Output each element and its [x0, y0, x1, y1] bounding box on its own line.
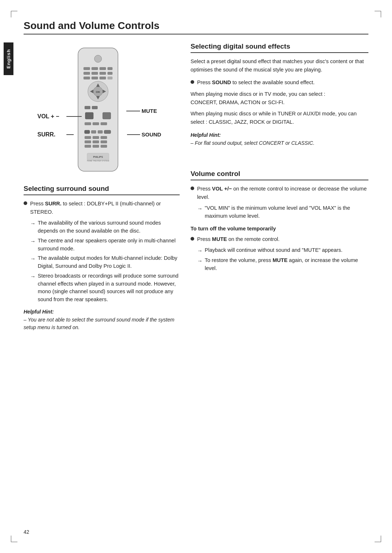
digital-bullet1: Press SOUND to select the available soun…: [191, 78, 368, 87]
svg-rect-3: [91, 67, 98, 70]
svg-rect-33: [93, 136, 99, 139]
svg-point-1: [94, 55, 102, 62]
volume-arrow2-text: Playback will continue without sound and…: [205, 246, 342, 254]
svg-rect-10: [83, 77, 90, 79]
svg-rect-4: [99, 67, 106, 70]
remote-svg: OK: [67, 46, 129, 177]
surround-arrow4-text: Stereo broadcasts or recordings will pro…: [38, 272, 180, 304]
hint-text2: – For flat sound output, select CONCERT …: [191, 140, 314, 146]
surr-label: SURR.: [37, 131, 56, 138]
page-number: 42: [24, 529, 29, 535]
mute-label: MUTE: [142, 108, 157, 114]
language-tab: English: [4, 42, 13, 75]
volume-arrow2: → Playback will continue without sound a…: [197, 246, 368, 255]
surround-title: Selecting surround sound: [24, 185, 180, 195]
svg-rect-29: [91, 130, 96, 134]
surround-hint: Helpful Hint: – You are not able to sele…: [24, 308, 180, 332]
volume-bullet1: Press VOL +/− on the remote control to i…: [191, 185, 368, 201]
arrow-sym: →: [197, 205, 203, 213]
surround-arrow4: → Stereo broadcasts or recordings will p…: [30, 272, 180, 304]
arrow-sym: →: [30, 273, 36, 281]
digital-bullet1-text: Press SOUND to select the available soun…: [197, 78, 315, 87]
surround-arrow1: → The availability of the various surrou…: [30, 219, 180, 235]
surround-section: Selecting surround sound Press SURR. to …: [24, 185, 180, 332]
digital-sound-section: Selecting digital sound effects Select a…: [191, 42, 368, 147]
arrow-sym: →: [197, 247, 203, 255]
svg-rect-26: [93, 122, 99, 125]
volume-arrow1: → "VOL MIN" is the minimum volume level …: [197, 204, 368, 220]
surround-bullet1-text: Press SURR. to select : DOLBY+PL II (mul…: [30, 200, 180, 216]
sound-label: SOUND: [142, 131, 161, 138]
volume-arrow3-text: To restore the volume, press MUTE again,…: [205, 257, 368, 273]
svg-rect-40: [101, 145, 107, 148]
surround-bullet1: Press SURR. to select : DOLBY+PL II (mul…: [24, 200, 180, 216]
svg-rect-6: [83, 72, 90, 75]
surround-arrow3: → The available output modes for Multi-c…: [30, 254, 180, 270]
bullet-dot: [191, 187, 194, 190]
volume-bullet1-text: Press VOL +/− on the remote control to i…: [197, 185, 368, 201]
svg-rect-12: [99, 77, 106, 79]
volume-bullet2: Press MUTE on the remote control.: [191, 235, 368, 243]
arrow-sym: →: [197, 257, 203, 265]
svg-rect-5: [107, 67, 113, 70]
svg-rect-7: [91, 72, 98, 75]
digital-sound-intro: Select a preset digital sound effect tha…: [191, 57, 368, 74]
svg-rect-36: [93, 140, 99, 143]
svg-rect-28: [85, 130, 90, 134]
volume-arrow3: → To restore the volume, press MUTE agai…: [197, 257, 368, 273]
svg-rect-27: [101, 122, 107, 125]
svg-rect-23: [85, 112, 93, 119]
svg-rect-31: [104, 130, 111, 134]
hint-title: Helpful Hint:: [24, 309, 54, 315]
svg-rect-8: [99, 72, 106, 75]
arrow-sym: →: [30, 220, 36, 228]
svg-text:OK: OK: [96, 90, 100, 94]
surround-arrow1-text: The availability of the various surround…: [38, 219, 180, 235]
svg-rect-37: [101, 140, 107, 143]
svg-rect-0: [78, 48, 118, 171]
surround-arrow3-text: The available output modes for Multi-cha…: [38, 254, 180, 270]
volume-title: Volume control: [191, 170, 368, 180]
surr-bold: SURR.: [45, 201, 61, 206]
mute-bold2: MUTE: [273, 257, 287, 263]
digital-hint: Helpful Hint: – For flat sound output, s…: [191, 131, 368, 147]
volume-bullet2-text: Press MUTE on the remote control.: [197, 235, 279, 243]
bullet-dot: [191, 80, 194, 84]
bullet-dot: [24, 201, 27, 205]
svg-rect-25: [85, 122, 91, 125]
arrow-sym: →: [30, 237, 36, 246]
digital-sound-title: Selecting digital sound effects: [191, 42, 368, 53]
svg-rect-38: [85, 145, 91, 148]
svg-rect-39: [93, 145, 99, 148]
svg-rect-11: [91, 77, 98, 79]
svg-text:HOME THEATER SYSTEM: HOME THEATER SYSTEM: [87, 160, 109, 162]
svg-rect-22: [92, 106, 98, 109]
vol-bold: VOL +/−: [212, 186, 232, 192]
volume-arrow1-text: "VOL MIN" is the minimum volume level an…: [205, 204, 368, 220]
arrow-sym: →: [30, 255, 36, 263]
surround-arrow2: → The centre and rear speakers operate o…: [30, 237, 180, 253]
mute-bold: MUTE: [212, 236, 227, 242]
svg-rect-9: [107, 72, 113, 75]
hint-text: – You are not able to select the surroun…: [24, 317, 174, 331]
turn-off-title: To turn off the volume temporarily: [191, 225, 368, 233]
svg-rect-24: [103, 112, 111, 119]
page-title: Sound and Volume Controls: [24, 20, 368, 34]
svg-rect-32: [85, 136, 91, 139]
svg-rect-13: [107, 77, 113, 79]
svg-rect-30: [98, 130, 103, 134]
svg-rect-34: [101, 136, 107, 139]
svg-text:PHILIPS: PHILIPS: [93, 156, 103, 158]
svg-rect-21: [85, 106, 90, 109]
surround-arrow2-text: The centre and rear speakers operate onl…: [38, 237, 180, 253]
movie-options: CONCERT, DRAMA, ACTION or SCI-FI.: [191, 99, 285, 105]
music-text: When playing music discs or while in TUN…: [191, 110, 368, 126]
bullet-dot: [191, 237, 194, 241]
sound-bold: SOUND: [212, 79, 231, 85]
svg-rect-35: [85, 140, 91, 143]
vol-label: VOL + −: [37, 113, 59, 120]
movie-text: When playing movie discs or in TV mode, …: [191, 90, 368, 107]
svg-rect-2: [83, 67, 90, 70]
hint-title2: Helpful Hint:: [191, 132, 221, 138]
remote-control-illustration: VOL + − SURR. MUTE SOUND: [31, 46, 180, 177]
